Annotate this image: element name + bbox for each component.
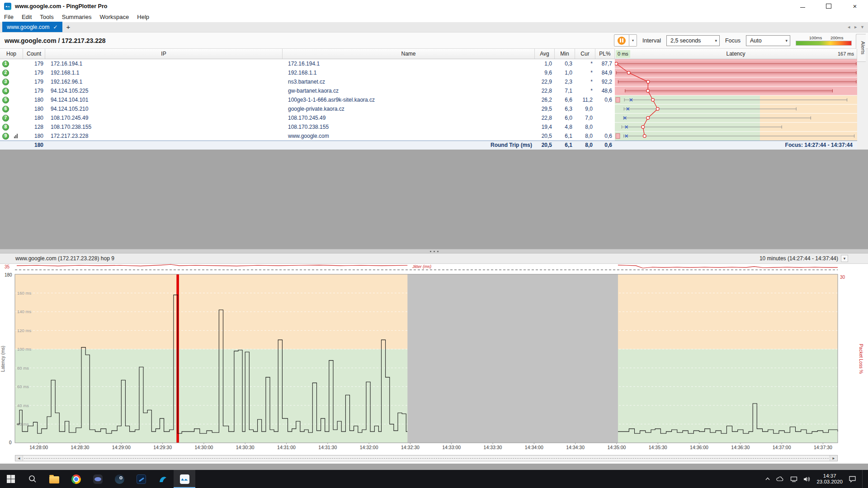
action-center-icon[interactable] <box>849 476 856 483</box>
wireshark-button[interactable] <box>152 470 174 488</box>
svg-text:14:35:30: 14:35:30 <box>649 445 667 450</box>
menu-help[interactable]: Help <box>133 12 153 22</box>
cur-cell: 7,0 <box>575 113 595 122</box>
new-target-button[interactable]: + <box>62 22 75 32</box>
onedrive-cloud-icon[interactable] <box>776 476 784 482</box>
search-button[interactable] <box>22 470 43 488</box>
timeline-panel: www.google.com (172.217.23.228) hop 9 10… <box>0 253 868 464</box>
tab-scroll-left-icon[interactable]: ◄ <box>847 25 851 29</box>
header-avg[interactable]: Avg <box>535 49 555 59</box>
start-button[interactable] <box>0 470 22 488</box>
header-latency: 0 ms Latency 167 ms <box>615 49 857 59</box>
discord-button[interactable] <box>87 470 108 488</box>
pingplotter-icon <box>180 474 189 484</box>
svg-text:100 ms: 100 ms <box>17 347 31 352</box>
legend-200ms-label: 200ms <box>830 35 844 40</box>
check-icon: ✓ <box>53 24 58 30</box>
svg-text:14:31:00: 14:31:00 <box>277 445 296 450</box>
close-button[interactable]: × <box>842 0 868 12</box>
focus-select[interactable]: Auto <box>746 35 790 46</box>
maximize-button[interactable] <box>816 0 842 12</box>
count-cell: 179 <box>23 68 45 77</box>
pingplotter-taskbar-button[interactable] <box>174 470 195 488</box>
pingplotter-logo-icon <box>4 3 11 10</box>
menu-summaries[interactable]: Summaries <box>58 12 96 22</box>
svg-text:14:36:30: 14:36:30 <box>731 445 750 450</box>
target-ip: / 172.217.23.228 <box>57 37 106 44</box>
svg-text:180: 180 <box>5 272 12 277</box>
min-cell: 6,3 <box>555 104 575 113</box>
search-icon <box>28 474 37 483</box>
svg-text:14:32:30: 14:32:30 <box>401 445 420 450</box>
scroll-left-icon[interactable]: ◄ <box>15 455 23 461</box>
steam-button[interactable] <box>108 470 130 488</box>
hop-status-badge: 8 <box>2 124 9 131</box>
cur-cell: * <box>575 86 595 95</box>
menu-tools[interactable]: Tools <box>36 12 57 22</box>
latency-scale-legend: 100ms 200ms <box>796 35 852 46</box>
ip-cell: 108.170.238.155 <box>45 122 283 131</box>
folder-icon <box>49 476 59 483</box>
file-explorer-button[interactable] <box>43 470 65 488</box>
svg-text:80 ms: 80 ms <box>17 366 29 371</box>
pingplotter-window: www.google.com - PingPlotter Pro × File … <box>0 0 868 488</box>
min-cell: 4,8 <box>555 122 575 131</box>
latency-column-title: Latency <box>615 49 857 59</box>
hop-status-badge: 6 <box>2 106 9 113</box>
header-count[interactable]: Count <box>23 49 45 59</box>
svg-text:140 ms: 140 ms <box>17 309 31 314</box>
taskbar-clock[interactable]: 14:37 23.03.2020 <box>816 473 843 485</box>
hop-status-badge: 1 <box>2 61 9 67</box>
tab-list-dropdown-icon[interactable]: ▼ <box>860 25 864 29</box>
menu-workspace[interactable]: Workspace <box>95 12 133 22</box>
svg-text:35: 35 <box>5 264 10 269</box>
volume-icon[interactable] <box>803 476 811 482</box>
tab-www-google-com[interactable]: www.google.com ✓ <box>2 22 62 32</box>
count-cell: 179 <box>23 77 45 86</box>
menu-edit[interactable]: Edit <box>18 12 36 22</box>
show-desktop-strip[interactable] <box>862 470 864 488</box>
menu-file[interactable]: File <box>0 12 18 22</box>
chrome-button[interactable] <box>65 470 87 488</box>
hop-status-badge: 4 <box>2 88 9 94</box>
minimize-button[interactable] <box>789 0 816 12</box>
header-cur[interactable]: Cur <box>575 49 595 59</box>
avg-cell: 20,5 <box>535 131 555 141</box>
timeline-title: www.google.com (172.217.23.228) hop 9 <box>15 255 114 262</box>
round-trip-cur: 8,0 <box>575 141 595 150</box>
window-bottom-margin <box>0 464 868 470</box>
latency-timeline-graph[interactable]: 160 ms140 ms120 ms100 ms80 ms60 ms40 ms2… <box>0 264 868 454</box>
header-name[interactable]: Name <box>283 49 535 59</box>
svg-text:Latency (ms): Latency (ms) <box>0 346 5 372</box>
header-min[interactable]: Min <box>555 49 575 59</box>
timeline-range-dropdown-icon[interactable]: ▼ <box>841 255 848 262</box>
name-cell: www.google.com <box>283 131 535 141</box>
svg-text:14:28:00: 14:28:00 <box>29 445 48 450</box>
timeline-scrollbar[interactable]: ◄ ► <box>15 455 838 461</box>
windows-logo-icon <box>6 474 15 483</box>
header-pl[interactable]: PL% <box>595 49 615 59</box>
svg-text:14:37:00: 14:37:00 <box>773 445 791 450</box>
svg-text:14:30:30: 14:30:30 <box>236 445 255 450</box>
pl-cell: 0,6 <box>595 95 615 104</box>
svg-text:40 ms: 40 ms <box>17 403 29 408</box>
pause-dropdown-icon[interactable]: ▾ <box>629 34 637 47</box>
interval-select[interactable]: 2,5 seconds <box>666 35 720 46</box>
scroll-right-icon[interactable]: ► <box>830 455 837 461</box>
panel-splitter-handle[interactable] <box>0 249 868 253</box>
scrollbar-track[interactable] <box>23 455 830 461</box>
alerts-side-tab[interactable]: Alerts <box>856 34 866 62</box>
svg-text:120 ms: 120 ms <box>17 328 31 333</box>
network-icon[interactable] <box>790 476 797 482</box>
tab-scroll-right-icon[interactable]: ► <box>854 25 858 29</box>
header-hop[interactable]: Hop <box>0 49 23 59</box>
timeline-header: www.google.com (172.217.23.228) hop 9 10… <box>0 253 868 264</box>
svg-text:14:33:00: 14:33:00 <box>442 445 461 450</box>
focus-label: Focus <box>725 38 741 44</box>
svg-text:14:31:30: 14:31:30 <box>318 445 337 450</box>
pause-button[interactable] <box>614 34 629 47</box>
pl-cell: 0,6 <box>595 131 615 141</box>
dark-app-button[interactable] <box>130 470 152 488</box>
header-ip[interactable]: IP <box>45 49 283 59</box>
tray-expand-chevron-icon[interactable] <box>765 477 770 481</box>
